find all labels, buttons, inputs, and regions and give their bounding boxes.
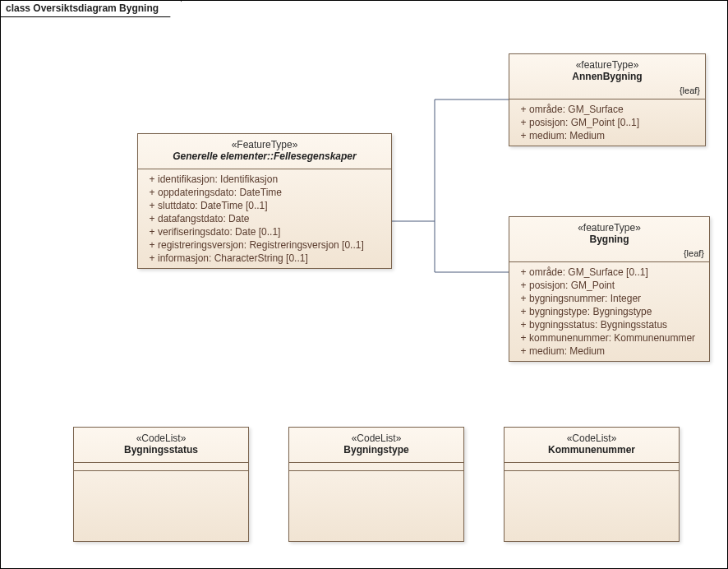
attr-name: datafangstdato: Date	[158, 213, 383, 224]
class-head: «featureType» Bygning {leaf}	[509, 217, 709, 262]
attr-name: bygningsstatus: Bygningsstatus	[529, 319, 701, 331]
attr-row: +oppdateringsdato: DateTime	[138, 186, 391, 199]
constraint-leaf: {leaf}	[684, 248, 704, 258]
diagram-frame: class Oversiktsdiagram Bygning «FeatureT…	[0, 0, 728, 569]
attr-row: +medium: Medium	[509, 345, 709, 358]
attr-vis: +	[146, 200, 158, 211]
attr-row: +medium: Medium	[509, 129, 705, 142]
attr-vis: +	[146, 252, 158, 264]
attr-name: registreringsversjon: Registreringsversj…	[158, 239, 383, 251]
class-head: «FeatureType» Generelle elementer::Felle…	[138, 134, 391, 169]
attr-vis: +	[518, 319, 529, 331]
attr-vis: +	[518, 104, 529, 115]
attr-vis: +	[146, 239, 158, 251]
class-fellesegenskaper: «FeatureType» Generelle elementer::Felle…	[137, 133, 392, 269]
attr-name: bygningstype: Bygningstype	[529, 306, 701, 317]
attr-vis: +	[518, 130, 529, 141]
attr-vis: +	[518, 280, 529, 291]
attr-row: +sluttdato: DateTime [0..1]	[138, 199, 391, 212]
attr-name: posisjon: GM_Point	[529, 280, 701, 291]
attr-row: +registreringsversjon: Registreringsvers…	[138, 238, 391, 252]
attr-name: bygningsnummer: Integer	[529, 293, 701, 304]
attr-name: informasjon: CharacterString [0..1]	[158, 252, 383, 264]
class-name: Bygningsstatus	[81, 444, 242, 456]
class-name: AnnenBygning	[516, 71, 698, 82]
empty-attr-section	[289, 463, 463, 471]
stereotype: «FeatureType»	[145, 139, 385, 150]
attr-name: sluttdato: DateTime [0..1]	[158, 200, 383, 211]
empty-attr-section	[505, 463, 679, 471]
constraint-leaf: {leaf}	[680, 86, 700, 95]
attr-name: oppdateringsdato: DateTime	[158, 187, 383, 198]
attr-name: medium: Medium	[529, 345, 701, 357]
attr-vis: +	[518, 306, 529, 317]
attr-row: +bygningsnummer: Integer	[509, 292, 709, 305]
class-name: Bygningstype	[296, 444, 457, 456]
attr-row: +verifiseringsdato: Date [0..1]	[138, 225, 391, 238]
class-name: Bygning	[516, 234, 703, 245]
attributes: +område: GM_Surface +posisjon: GM_Point …	[509, 99, 705, 146]
stereotype: «CodeList»	[511, 433, 672, 444]
attr-name: medium: Medium	[529, 130, 697, 141]
attr-name: område: GM_Surface	[529, 104, 697, 115]
empty-attr-section	[74, 463, 248, 471]
attr-vis: +	[518, 345, 529, 357]
attributes: +identifikasjon: Identifikasjon +oppdate…	[138, 169, 391, 268]
attr-row: +område: GM_Surface	[509, 103, 705, 116]
attr-name: område: GM_Surface [0..1]	[529, 266, 701, 278]
attr-vis: +	[146, 226, 158, 238]
class-bygning: «featureType» Bygning {leaf} +område: GM…	[509, 216, 710, 362]
attr-row: +område: GM_Surface [0..1]	[509, 266, 709, 279]
frame-title: class Oversiktsdiagram Bygning	[6, 2, 159, 14]
stereotype: «featureType»	[516, 59, 698, 71]
attr-row: +datafangstdato: Date	[138, 212, 391, 225]
class-head: «featureType» AnnenBygning {leaf}	[509, 54, 705, 99]
attr-vis: +	[518, 293, 529, 304]
attr-vis: +	[518, 332, 529, 344]
attr-vis: +	[146, 187, 158, 198]
class-name: Kommunenummer	[511, 444, 672, 456]
class-head: «CodeList» Kommunenummer	[505, 428, 679, 463]
attr-vis: +	[518, 117, 529, 128]
attr-name: kommunenummer: Kommunenummer	[529, 332, 701, 344]
attr-vis: +	[518, 266, 529, 278]
class-kommunenummer: «CodeList» Kommunenummer	[504, 427, 680, 542]
attr-row: +identifikasjon: Identifikasjon	[138, 173, 391, 186]
attr-name: verifiseringsdato: Date [0..1]	[158, 226, 383, 238]
class-annenbygning: «featureType» AnnenBygning {leaf} +områd…	[509, 53, 706, 146]
attr-row: +bygningstype: Bygningstype	[509, 305, 709, 318]
class-head: «CodeList» Bygningstype	[289, 428, 463, 463]
attr-name: identifikasjon: Identifikasjon	[158, 173, 383, 185]
attr-name: posisjon: GM_Point [0..1]	[529, 117, 697, 128]
attributes: +område: GM_Surface [0..1] +posisjon: GM…	[509, 262, 709, 361]
attr-vis: +	[146, 173, 158, 185]
class-bygningstype: «CodeList» Bygningstype	[288, 427, 464, 542]
attr-row: +posisjon: GM_Point	[509, 279, 709, 292]
attr-row: +posisjon: GM_Point [0..1]	[509, 116, 705, 129]
stereotype: «featureType»	[516, 222, 703, 234]
class-name: Generelle elementer::Fellesegenskaper	[145, 150, 385, 162]
attr-row: +bygningsstatus: Bygningsstatus	[509, 318, 709, 331]
stereotype: «CodeList»	[296, 433, 457, 444]
stereotype: «CodeList»	[81, 433, 242, 444]
attr-row: +informasjon: CharacterString [0..1]	[138, 252, 391, 265]
attr-row: +kommunenummer: Kommunenummer	[509, 331, 709, 345]
attr-vis: +	[146, 213, 158, 224]
class-head: «CodeList» Bygningsstatus	[74, 428, 248, 463]
class-bygningsstatus: «CodeList» Bygningsstatus	[73, 427, 249, 542]
